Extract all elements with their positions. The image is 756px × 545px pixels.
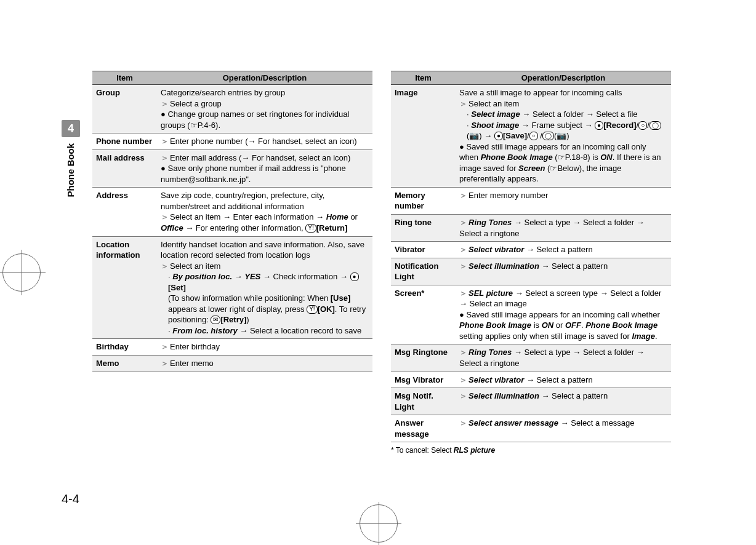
item-cell: Ring tone: [391, 215, 456, 242]
table-row: Phone number＞Enter phone number (→ For h…: [92, 133, 372, 150]
item-cell: Vibrator: [391, 242, 456, 258]
item-cell: Group: [92, 85, 157, 133]
item-cell: Notification Light: [391, 258, 456, 285]
item-cell: Msg Vibrator: [391, 372, 456, 388]
item-cell: Address: [92, 188, 157, 236]
operation-cell: ＞Select illumination → Select a pattern: [456, 258, 671, 285]
crop-mark-left: [0, 263, 44, 283]
col-header-item: Item: [92, 71, 157, 85]
table-row: Location informationIdentify handset loc…: [92, 236, 372, 339]
operation-cell: ＞Ring Tones → Select a type → Select a f…: [456, 215, 671, 242]
item-cell: Screen*: [391, 285, 456, 344]
operation-cell: ＞Select illumination → Select a pattern: [456, 388, 671, 415]
table-row: Mail address＞Enter mail address (→ For h…: [92, 149, 372, 188]
chapter-tab: 4 Phone Book: [62, 120, 84, 197]
table-row: Answer message＞Select answer message → S…: [391, 415, 671, 442]
table-row: Msg Vibrator＞Select vibrator → Select a …: [391, 372, 671, 388]
chapter-number: 4: [62, 120, 80, 137]
table-row: Memory number＞Enter memory number: [391, 187, 671, 214]
table-row: Notification Light＞Select illumination →…: [391, 258, 671, 285]
col-header-op: Operation/Description: [157, 71, 372, 85]
operation-cell: Identify handset location and save infor…: [157, 236, 372, 339]
item-cell: Location information: [92, 236, 157, 339]
table-row: Ring tone＞Ring Tones → Select a type → S…: [391, 215, 671, 242]
item-cell: Mail address: [92, 149, 157, 188]
page-number: 4-4: [62, 492, 79, 506]
item-cell: Birthday: [92, 339, 157, 356]
table-row: Msg Notif. Light＞Select illumination → S…: [391, 388, 671, 415]
operation-cell: ＞Select vibrator → Select a pattern: [456, 242, 671, 258]
table-row: AddressSave zip code, country/region, pr…: [92, 188, 372, 236]
operation-cell: ＞Enter phone number (→ For handset, sele…: [157, 133, 372, 150]
table-row: ImageSave a still image to appear for in…: [391, 85, 671, 188]
operation-cell: ＞Enter memory number: [456, 187, 671, 214]
operation-cell: ＞Ring Tones → Select a type → Select a f…: [456, 344, 671, 372]
item-cell: Answer message: [391, 415, 456, 442]
table-row: Vibrator＞Select vibrator → Select a patt…: [391, 242, 671, 258]
item-cell: Memo: [92, 356, 157, 372]
operation-cell: ＞SEL picture → Select a screen type → Se…: [456, 285, 671, 344]
left-table: Item Operation/Description GroupCategori…: [92, 71, 372, 372]
content-area: Item Operation/Description GroupCategori…: [92, 71, 671, 455]
table-row: Msg Ringtone＞Ring Tones → Select a type …: [391, 344, 671, 372]
table-row: Screen*＞SEL picture → Select a screen ty…: [391, 285, 671, 344]
footnote: * To cancel: Select RLS picture: [391, 446, 671, 455]
item-cell: Image: [391, 85, 456, 188]
crop-mark-bottom: [368, 502, 389, 545]
operation-cell: Save a still image to appear for incomin…: [456, 85, 671, 188]
item-cell: Msg Notif. Light: [391, 388, 456, 415]
item-cell: Memory number: [391, 187, 456, 214]
operation-cell: ＞Enter memo: [157, 356, 372, 372]
item-cell: Msg Ringtone: [391, 344, 456, 372]
operation-cell: Save zip code, country/region, prefectur…: [157, 188, 372, 236]
chapter-label: Phone Book: [65, 143, 76, 197]
operation-cell: ＞Select answer message → Select a messag…: [456, 415, 671, 442]
left-column: Item Operation/Description GroupCategori…: [92, 71, 372, 455]
right-column: Item Operation/Description ImageSave a s…: [391, 71, 671, 455]
operation-cell: ＞Enter mail address (→ For handset, sele…: [157, 149, 372, 188]
col-header-op: Operation/Description: [456, 71, 671, 85]
table-row: Birthday＞Enter birthday: [92, 339, 372, 356]
col-header-item: Item: [391, 71, 456, 85]
operation-cell: ＞Enter birthday: [157, 339, 372, 356]
right-table: Item Operation/Description ImageSave a s…: [391, 71, 671, 442]
operation-cell: ＞Select vibrator → Select a pattern: [456, 372, 671, 388]
item-cell: Phone number: [92, 133, 157, 150]
operation-cell: Categorize/search entries by group＞Selec…: [157, 85, 372, 133]
table-row: Memo＞Enter memo: [92, 356, 372, 372]
table-row: GroupCategorize/search entries by group＞…: [92, 85, 372, 133]
